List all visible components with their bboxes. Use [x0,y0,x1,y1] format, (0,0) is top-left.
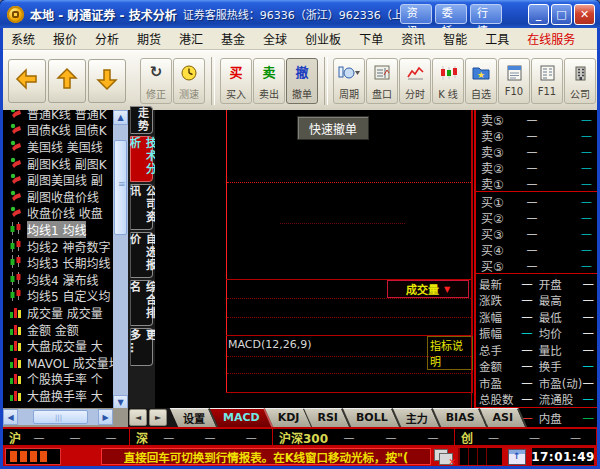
side-tab-综合排名[interactable]: 综合排名 [130,280,153,326]
tab-scroll-right-icon[interactable]: ► [149,409,167,426]
list-item-label: 大盘换手率 大 [27,387,103,404]
nav-up-button[interactable] [48,59,86,103]
list-item[interactable]: 大盘成交量 大 [3,337,113,354]
info-value: — [583,359,595,373]
window-controls: _ □ ✕ [528,4,595,25]
list-item[interactable]: 大盘换手率 大 [3,387,113,404]
side-tab-自选报价[interactable]: 自选报价 [130,232,153,278]
nav-down-button[interactable] [88,59,126,103]
quote-divider [476,273,597,274]
list-item[interactable]: 国债K线 国债K [3,122,113,139]
side-tab-技术分析[interactable]: 技术分析 [130,136,153,182]
buy-row: 买②—— [476,209,597,225]
quote-value: — [517,161,547,174]
list-item[interactable]: 均线1 均线 [3,221,113,238]
info-row: 总手—量比— [476,342,597,358]
menu-item-online-service[interactable]: 在线服务 [527,30,575,47]
kline-chart[interactable]: 成交量 ▼ MACD(12,26,9) 指标说明 [155,110,473,408]
indicator-list-hscrollbar[interactable]: ◀ ▶ [3,409,113,425]
bottom-tab-BIAS[interactable]: BIAS [437,408,484,427]
menu-item-全球[interactable]: 全球 [263,30,287,47]
list-item[interactable]: 成交量 成交量 [3,304,113,321]
volume-indicator-button[interactable]: 成交量 ▼ [387,280,469,298]
quote-row-label: 买① [481,193,517,210]
list-item[interactable]: MAVOL 成交量均 [3,354,113,371]
bottom-tab-KDJ[interactable]: KDJ [269,408,309,427]
bottom-tab-label: 设置 [183,410,205,426]
list-item[interactable]: 个股换手率 个 [3,371,113,388]
toolbar-button-周期[interactable]: 周期 [333,58,365,104]
market-label: 沪 [9,429,21,446]
info-row: 市盈—市盈(动)— [476,375,597,391]
toolbar-button-K线[interactable]: K 线 [432,58,464,104]
quote-row-label: 买② [481,209,517,226]
bottom-tab-RSI[interactable]: RSI [308,408,347,427]
list-item-label: 收盘价线 收盘 [27,204,103,221]
indicator-help-link[interactable]: 指标说明 [427,336,473,370]
side-tab-走势[interactable]: 走势 [130,106,153,134]
minimize-button[interactable]: _ [528,4,549,25]
undo-icon: ↻ [150,63,163,83]
nav-back-button[interactable] [8,59,46,103]
menu-item-下单[interactable]: 下单 [359,30,383,47]
bottom-tab-设置[interactable]: 设置 [174,408,214,427]
toolbar-button-撤单[interactable]: 撤撤单 [286,58,318,104]
scroll-up-icon[interactable]: ▲ [113,110,128,125]
toolbar-button-F10[interactable]: F10 [498,58,530,104]
scroll-left-icon[interactable]: ◀ [3,409,18,425]
toolbar-button-分时[interactable]: 分时 [399,58,431,104]
hscroll-thumb[interactable] [33,410,88,424]
list-item[interactable]: 美国线 美国线 [3,138,113,155]
connection-status-icon[interactable]: ✕ [434,449,454,464]
tab-scroll-left-icon[interactable]: ◄ [129,409,147,426]
menu-item-基金[interactable]: 基金 [221,30,245,47]
bottom-tab-bar: ◄ ► 设置MACDKDJRSIBOLL主力BIASASI [128,408,474,427]
list-item[interactable]: 均线5 自定义均 [3,288,113,305]
list-item[interactable]: 均线4 瀑布线 [3,271,113,288]
toolbar-button-盘口[interactable]: 盘口 [366,58,398,104]
quote-value: — [517,129,547,142]
upload-status-icon[interactable] [508,449,526,465]
list-item[interactable]: 金额 金额 [3,321,113,338]
menu-item-期货[interactable]: 期货 [137,30,161,47]
menu-item-系统[interactable]: 系统 [11,30,35,47]
bottom-tab-ASI[interactable]: ASI [484,408,523,427]
toolbar-button-卖出[interactable]: 卖卖出 [253,58,285,104]
macd-params-label: MACD(12,26,9) [228,338,312,351]
list-item[interactable]: 副图收盘价线 [3,188,113,205]
list-item[interactable]: 均线3 长期均线 [3,254,113,271]
list-item[interactable]: 副图K线 副图K [3,155,113,172]
scroll-right-icon[interactable]: ▶ [98,409,113,425]
close-button[interactable]: ✕ [574,4,595,25]
bottom-tab-BOLL[interactable]: BOLL [347,408,397,427]
market-label: 深 [136,429,148,446]
menu-item-资讯[interactable]: 资讯 [401,30,425,47]
toolbar-button-label: 周期 [339,86,359,101]
list-item[interactable]: 收盘价线 收盘 [3,205,113,222]
title-button-委托[interactable]: 委托 [435,4,467,24]
market-section-创: 创——— [455,429,597,445]
toolbar-button-公司[interactable]: 公司 [564,58,596,104]
menu-item-分析[interactable]: 分析 [95,30,119,47]
bottom-tab-MACD[interactable]: MACD [214,408,269,427]
toolbar-button-测速[interactable]: 测速 [173,58,205,104]
maximize-button[interactable]: □ [551,4,572,25]
menu-item-智能[interactable]: 智能 [443,30,467,47]
menu-item-报价[interactable]: 报价 [53,30,77,47]
menu-item-港汇[interactable]: 港汇 [179,30,203,47]
title-button-行情[interactable]: 行情 [470,4,502,24]
side-tab-更多[interactable]: 更多… [130,328,153,366]
list-item[interactable]: 均线2 神奇数字 [3,238,113,255]
menu-item-创业板[interactable]: 创业板 [305,30,341,47]
toolbar-button-F11[interactable]: F11 [531,58,563,104]
toolbar-button-自选[interactable]: ★自选 [465,58,497,104]
list-item[interactable]: 副图美国线 副 [3,171,113,188]
side-tab-公司资讯[interactable]: 公司资讯 [130,184,153,230]
toolbar-button-买入[interactable]: 买买入 [220,58,252,104]
market-value: — [93,431,129,444]
title-button-资讯[interactable]: 资讯 [400,4,432,24]
bottom-tab-主力[interactable]: 主力 [397,408,437,427]
toolbar-button-修正[interactable]: ↻修正 [140,58,172,104]
sell-row: 卖②—— [476,159,597,175]
menu-item-工具[interactable]: 工具 [485,30,509,47]
